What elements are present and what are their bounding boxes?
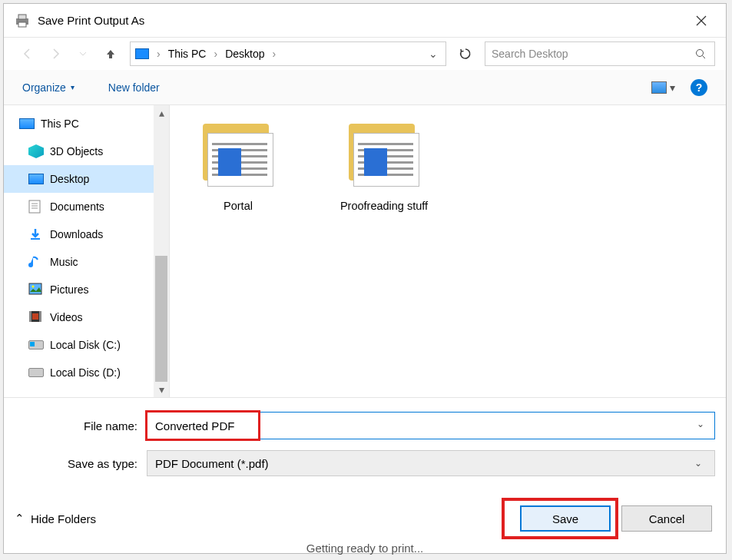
folder-icon <box>200 118 277 194</box>
folder-proofreading[interactable]: Proofreading stuff <box>334 118 434 214</box>
pc-icon <box>19 118 35 129</box>
nav-music[interactable]: Music <box>4 248 169 276</box>
view-icon <box>651 81 667 94</box>
svg-rect-17 <box>32 313 38 320</box>
nav-pictures[interactable]: Pictures <box>4 276 169 303</box>
chevron-right-icon: › <box>210 48 220 60</box>
help-button[interactable]: ? <box>691 79 707 96</box>
nav-documents[interactable]: Documents <box>4 193 169 220</box>
monitor-icon <box>135 48 149 59</box>
file-list[interactable]: Portal Proofreading stuff <box>170 105 726 397</box>
folder-portal[interactable]: Portal <box>188 118 288 214</box>
back-button[interactable] <box>15 41 41 67</box>
svg-point-13 <box>32 286 35 288</box>
chevron-right-icon: › <box>270 48 280 60</box>
nav-disk-d[interactable]: Local Disc (D:) <box>4 359 169 386</box>
document-icon <box>28 200 44 214</box>
organize-menu[interactable]: Organize▾ <box>22 81 75 94</box>
music-icon <box>28 255 44 269</box>
breadcrumb-desktop[interactable]: Desktop <box>220 48 269 60</box>
save-as-type-dropdown[interactable]: PDF Document (*.pdf) ⌄ <box>147 450 715 476</box>
nav-downloads[interactable]: Downloads <box>4 220 169 248</box>
search-input[interactable] <box>492 48 693 60</box>
picture-icon <box>28 283 44 297</box>
disk-icon <box>28 368 44 377</box>
printer-icon <box>13 12 31 30</box>
view-dropdown[interactable]: ▾ <box>670 81 675 94</box>
disk-icon <box>28 340 44 350</box>
download-icon <box>28 227 44 241</box>
navigation-pane: This PC 3D Objects Desktop Documents Dow… <box>4 105 170 397</box>
save-button[interactable]: Save <box>520 505 611 532</box>
file-name-label: File name: <box>27 419 147 432</box>
hide-folders-toggle[interactable]: ⌃ Hide Folders <box>15 512 96 525</box>
svg-rect-1 <box>18 15 26 19</box>
search-icon <box>693 48 708 59</box>
up-button[interactable] <box>98 41 124 67</box>
chevron-down-icon: ⌄ <box>690 458 707 469</box>
nav-this-pc[interactable]: This PC <box>4 110 169 138</box>
chevron-up-icon: ⌃ <box>15 512 25 525</box>
svg-point-5 <box>697 50 704 57</box>
scrollbar[interactable]: ▴ ▾ <box>154 105 169 397</box>
breadcrumb-this-pc[interactable]: This PC <box>164 48 211 60</box>
monitor-icon <box>28 174 44 184</box>
svg-rect-16 <box>39 311 41 322</box>
nav-desktop[interactable]: Desktop <box>4 165 169 193</box>
scroll-up-button[interactable]: ▴ <box>154 105 169 121</box>
svg-rect-2 <box>18 22 26 27</box>
annotation-highlight: Save <box>509 505 611 532</box>
chevron-right-icon: › <box>154 48 164 60</box>
svg-line-6 <box>703 56 706 59</box>
cancel-button[interactable]: Cancel <box>621 505 712 532</box>
svg-rect-15 <box>29 311 31 322</box>
svg-rect-7 <box>29 200 40 213</box>
nav-videos[interactable]: Videos <box>4 303 169 331</box>
folder-icon <box>346 118 422 194</box>
address-dropdown[interactable]: ⌄ <box>429 48 442 60</box>
nav-disk-c[interactable]: Local Disk (C:) <box>4 331 169 359</box>
nav-3d-objects[interactable]: 3D Objects <box>4 138 169 165</box>
close-button[interactable] <box>686 5 717 36</box>
file-name-input[interactable] <box>147 412 715 439</box>
cube-icon <box>28 144 44 158</box>
scroll-thumb[interactable] <box>155 256 167 382</box>
address-bar[interactable]: › This PC › Desktop › ⌄ <box>130 41 446 66</box>
forward-button[interactable] <box>42 41 68 67</box>
refresh-button[interactable] <box>452 41 479 66</box>
scroll-down-button[interactable]: ▾ <box>154 382 169 397</box>
video-icon <box>28 310 44 324</box>
search-box[interactable] <box>485 41 715 66</box>
filename-history-dropdown[interactable]: ⌄ <box>692 419 709 429</box>
background-status-text: Getting ready to print... <box>306 542 424 555</box>
recent-dropdown[interactable] <box>70 41 96 67</box>
title-bar: Save Print Output As <box>4 4 726 38</box>
new-folder-button[interactable]: New folder <box>108 81 160 94</box>
dialog-title: Save Print Output As <box>38 14 686 27</box>
save-as-type-label: Save as type: <box>27 457 147 470</box>
